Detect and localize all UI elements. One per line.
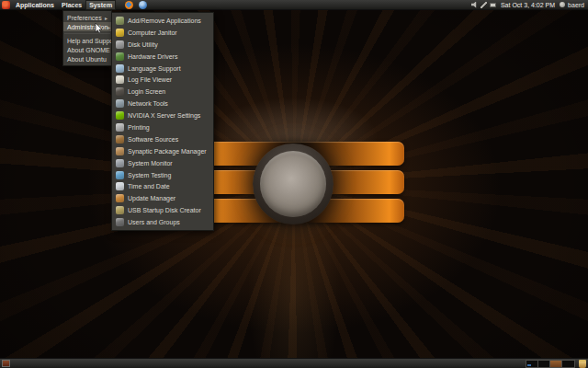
menu-item-label: Preferences xyxy=(67,15,102,21)
nvidia-settings-icon xyxy=(116,111,124,120)
admin-menu-item-system-testing[interactable]: System Testing xyxy=(112,169,213,181)
menubar-item-applications[interactable]: Applications xyxy=(12,0,58,10)
menubar-item-system[interactable]: System xyxy=(85,0,116,10)
usb-startup-disk-creator-icon xyxy=(116,206,124,214)
submenu-arrow-icon: ▸ xyxy=(107,24,110,30)
time-and-date-icon xyxy=(116,182,124,190)
distro-logo-icon[interactable] xyxy=(2,1,10,9)
menu-item-label: NVIDIA X Server Settings xyxy=(128,112,200,119)
log-file-viewer-icon xyxy=(116,75,124,84)
admin-menu-item-hardware-drivers[interactable]: Hardware Drivers xyxy=(112,51,213,63)
network-icon[interactable] xyxy=(481,2,487,8)
firefox-launcher-icon[interactable] xyxy=(125,1,133,9)
system-testing-icon xyxy=(116,171,124,179)
admin-menu-item-computer-janitor[interactable]: Computer Janitor xyxy=(112,27,213,39)
admin-menu-item-log-file-viewer[interactable]: Log File Viewer xyxy=(112,74,213,86)
administration-submenu: Add/Remove ApplicationsComputer JanitorD… xyxy=(111,12,214,231)
help-launcher-icon[interactable] xyxy=(139,1,147,9)
disk-utility-icon xyxy=(116,40,124,49)
menubar: ApplicationsPlacesSystem xyxy=(12,0,116,10)
admin-menu-item-printing[interactable]: Printing xyxy=(112,121,213,133)
system-tray: Sat Oct 3, 4:02 PM baerd xyxy=(471,2,588,8)
network-tools-icon xyxy=(116,99,124,108)
menu-item-label: Login Screen xyxy=(128,88,165,95)
software-sources-icon xyxy=(116,135,124,144)
login-screen-icon xyxy=(116,87,124,96)
menu-separator xyxy=(64,33,110,34)
language-support-icon xyxy=(116,64,124,73)
menu-item-label: Disk Utility xyxy=(128,41,158,48)
system-menu: Preferences▸Administration▸Help and Supp… xyxy=(62,10,112,66)
workspace-cell-1[interactable] xyxy=(526,361,538,367)
menu-item-label: Computer Janitor xyxy=(128,29,177,36)
system-menu-item-about-ubuntu[interactable]: About Ubuntu xyxy=(63,54,111,63)
top-panel: ApplicationsPlacesSystem Sat Oct 3, 4:02… xyxy=(0,0,588,10)
menu-item-label: Language Support xyxy=(128,65,181,72)
admin-menu-item-disk-utility[interactable]: Disk Utility xyxy=(112,39,213,51)
menu-item-label: Update Manager xyxy=(128,195,175,201)
admin-menu-item-system-monitor[interactable]: System Monitor xyxy=(112,157,213,169)
menu-item-label: About GNOME xyxy=(67,47,110,53)
admin-menu-item-network-tools[interactable]: Network Tools xyxy=(112,98,213,109)
menu-item-label: Add/Remove Applications xyxy=(128,17,201,24)
menu-item-label: Users and Groups xyxy=(128,219,180,225)
volume-icon[interactable] xyxy=(471,2,478,8)
admin-menu-item-language-support[interactable]: Language Support xyxy=(112,63,213,75)
bottom-panel xyxy=(0,358,588,368)
admin-menu-item-login-screen[interactable]: Login Screen xyxy=(112,86,213,98)
computer-janitor-icon xyxy=(116,29,124,37)
menu-item-label: USB Startup Disk Creator xyxy=(128,207,201,213)
menu-item-label: Printing xyxy=(128,124,150,131)
menu-item-label: System Monitor xyxy=(128,160,173,167)
menu-item-label: Time and Date xyxy=(128,183,170,190)
menu-item-label: About Ubuntu xyxy=(67,56,107,63)
admin-menu-item-software-sources[interactable]: Software Sources xyxy=(112,133,213,145)
trash-icon[interactable] xyxy=(579,360,586,368)
workspace-cell-2[interactable] xyxy=(538,361,550,367)
admin-menu-item-synaptic-package-manager[interactable]: Synaptic Package Manager xyxy=(112,145,213,157)
clock[interactable]: Sat Oct 3, 4:02 PM xyxy=(499,2,557,8)
menu-item-label: System Testing xyxy=(128,172,171,178)
workspace-cell-3[interactable] xyxy=(550,361,562,367)
admin-menu-item-update-manager[interactable]: Update Manager xyxy=(112,192,213,204)
admin-menu-item-add-remove-applications[interactable]: Add/Remove Applications xyxy=(112,15,213,27)
update-manager-icon xyxy=(116,194,124,202)
hardware-drivers-icon xyxy=(116,52,124,61)
menubar-item-places[interactable]: Places xyxy=(58,0,85,10)
user-icon xyxy=(560,2,565,7)
menu-item-label: Log File Viewer xyxy=(128,76,172,83)
admin-menu-item-nvidia-x-server-settings[interactable]: NVIDIA X Server Settings xyxy=(112,109,213,121)
workspace-switcher xyxy=(526,360,575,368)
admin-menu-item-usb-startup-disk-creator[interactable]: USB Startup Disk Creator xyxy=(112,204,213,216)
system-menu-item-preferences[interactable]: Preferences▸ xyxy=(63,13,111,22)
menu-item-label: Network Tools xyxy=(128,100,168,107)
menu-item-label: Hardware Drivers xyxy=(128,53,177,60)
system-menu-item-about-gnome[interactable]: About GNOME xyxy=(63,45,111,54)
mail-icon[interactable] xyxy=(490,3,496,7)
printer-icon xyxy=(116,123,124,132)
add-remove-applications-icon xyxy=(116,17,124,25)
desktop: ApplicationsPlacesSystem Sat Oct 3, 4:02… xyxy=(0,0,588,368)
admin-menu-item-time-and-date[interactable]: Time and Date xyxy=(112,180,213,192)
mouse-cursor xyxy=(95,23,103,34)
menu-item-label: Synaptic Package Manager xyxy=(128,148,207,155)
submenu-arrow-icon: ▸ xyxy=(105,15,107,21)
workspace-cell-4[interactable] xyxy=(562,361,574,367)
synaptic-package-manager-icon xyxy=(116,147,124,155)
system-menu-item-help-and-support[interactable]: Help and Support xyxy=(63,36,111,45)
user-switcher[interactable]: baerd xyxy=(568,2,586,8)
menu-item-label: Help and Support xyxy=(67,38,117,44)
system-menu-item-administration[interactable]: Administration▸ xyxy=(63,22,111,31)
users-and-groups-icon xyxy=(116,218,124,226)
admin-menu-item-users-and-groups[interactable]: Users and Groups xyxy=(112,216,213,228)
system-monitor-icon xyxy=(116,159,124,167)
show-desktop-icon[interactable] xyxy=(2,360,10,367)
menu-item-label: Software Sources xyxy=(128,136,178,143)
workspace-window-indicator xyxy=(527,364,531,366)
